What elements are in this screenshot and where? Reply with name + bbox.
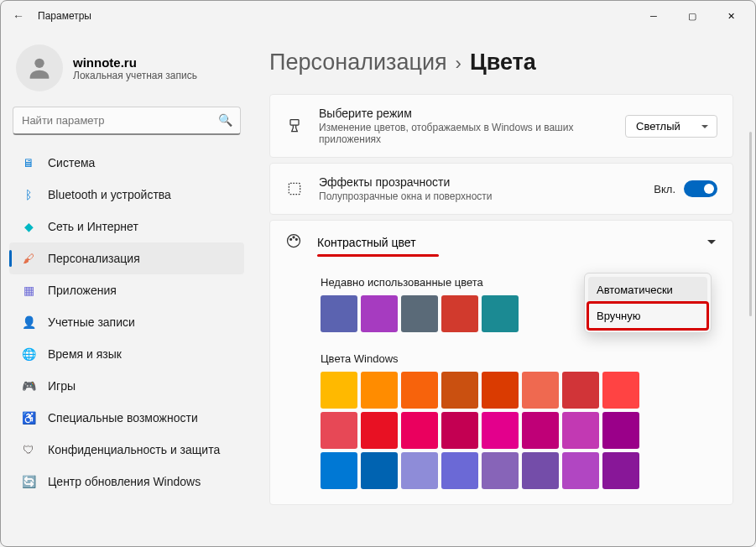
- svg-rect-1: [290, 120, 299, 126]
- breadcrumb-sep: ›: [456, 53, 461, 75]
- sidebar-item-label: Персонализация: [48, 252, 140, 265]
- transparency-subtitle: Полупрозрачные окна и поверхности: [319, 190, 639, 202]
- dropdown-option-auto[interactable]: Автоматически: [588, 277, 707, 303]
- color-swatch[interactable]: [401, 452, 438, 489]
- minimize-button[interactable]: ─: [634, 3, 673, 29]
- color-swatch[interactable]: [522, 452, 559, 489]
- color-swatch[interactable]: [401, 372, 438, 409]
- color-swatch[interactable]: [562, 372, 599, 409]
- color-swatch[interactable]: [361, 452, 398, 489]
- color-swatch[interactable]: [482, 412, 519, 449]
- transparency-card: Эффекты прозрачности Полупрозрачные окна…: [269, 163, 733, 215]
- windows-colors-grid: [321, 372, 673, 489]
- mode-subtitle: Изменение цветов, отображаемых в Windows…: [319, 122, 610, 145]
- sidebar-item-label: Центр обновления Windows: [48, 475, 201, 488]
- sidebar-item-label: Время и язык: [48, 347, 122, 361]
- sidebar-item-label: Система: [48, 156, 95, 169]
- svg-point-6: [295, 238, 297, 240]
- color-swatch[interactable]: [441, 452, 478, 489]
- color-swatch[interactable]: [602, 412, 639, 449]
- back-button[interactable]: ←: [6, 9, 31, 23]
- color-swatch[interactable]: [522, 372, 559, 409]
- sidebar-item-3[interactable]: 🖌Персонализация: [9, 242, 244, 274]
- chevron-up-icon[interactable]: [706, 237, 717, 248]
- color-swatch[interactable]: [361, 295, 398, 332]
- transparency-toggle[interactable]: [684, 180, 717, 197]
- annotation-underline: [317, 254, 439, 257]
- sidebar-item-8[interactable]: ♿Специальные возможности: [9, 402, 244, 434]
- color-swatch[interactable]: [602, 372, 639, 409]
- time-icon: 🌐: [21, 346, 36, 362]
- accent-title: Контрастный цвет: [317, 236, 550, 249]
- color-swatch[interactable]: [441, 372, 478, 409]
- sidebar-item-label: Учетные записи: [48, 315, 135, 329]
- color-swatch[interactable]: [401, 412, 438, 449]
- mode-card: Выберите режим Изменение цветов, отображ…: [269, 94, 733, 158]
- search-input[interactable]: [13, 107, 241, 135]
- gaming-icon: 🎮: [21, 378, 36, 393]
- close-button[interactable]: ✕: [712, 3, 750, 29]
- color-swatch[interactable]: [321, 295, 357, 332]
- accounts-icon: 👤: [21, 315, 36, 330]
- accessibility-icon: ♿: [21, 410, 36, 425]
- sidebar-item-label: Приложения: [48, 284, 117, 297]
- privacy-icon: 🛡: [21, 442, 36, 457]
- sidebar-item-2[interactable]: ◆Сеть и Интернет: [9, 211, 244, 242]
- update-icon: 🔄: [21, 474, 36, 489]
- sidebar-item-label: Игры: [48, 379, 76, 393]
- account-name: winnote.ru: [73, 55, 197, 70]
- bluetooth-icon: ᛒ: [21, 187, 36, 202]
- network-icon: ◆: [21, 219, 36, 234]
- sidebar-item-6[interactable]: 🌐Время и язык: [9, 338, 244, 370]
- dropdown-option-manual[interactable]: Вручную: [588, 303, 707, 329]
- sidebar-item-5[interactable]: 👤Учетные записи: [9, 306, 244, 338]
- color-swatch[interactable]: [482, 295, 519, 332]
- toggle-state-label: Вкл.: [654, 183, 675, 195]
- transparency-icon: [285, 180, 304, 198]
- color-swatch[interactable]: [321, 452, 357, 489]
- sidebar-item-4[interactable]: ▦Приложения: [9, 274, 244, 306]
- sidebar-item-label: Bluetooth и устройства: [48, 188, 171, 201]
- sidebar-item-10[interactable]: 🔄Центр обновления Windows: [9, 466, 244, 498]
- nav-list: 🖥СистемаᛒBluetooth и устройства◆Сеть и И…: [9, 147, 244, 498]
- color-swatch[interactable]: [602, 452, 639, 489]
- color-swatch[interactable]: [482, 452, 519, 489]
- color-swatch[interactable]: [441, 412, 478, 449]
- color-swatch[interactable]: [321, 372, 357, 409]
- color-swatch[interactable]: [321, 412, 357, 449]
- sidebar-item-7[interactable]: 🎮Игры: [9, 370, 244, 402]
- color-swatch[interactable]: [562, 452, 599, 489]
- color-swatch[interactable]: [562, 412, 599, 449]
- sidebar: winnote.ru Локальная учетная запись 🔍 🖥С…: [1, 31, 253, 546]
- svg-point-0: [34, 59, 44, 68]
- svg-point-4: [290, 238, 292, 240]
- search-icon: 🔍: [218, 113, 232, 127]
- color-swatch[interactable]: [401, 295, 438, 332]
- svg-point-5: [293, 237, 295, 238]
- color-swatch[interactable]: [441, 295, 478, 332]
- color-swatch[interactable]: [482, 372, 519, 409]
- sidebar-item-label: Специальные возможности: [48, 411, 198, 425]
- sidebar-item-0[interactable]: 🖥Система: [9, 147, 244, 179]
- apps-icon: ▦: [21, 283, 36, 298]
- account-block[interactable]: winnote.ru Локальная учетная запись: [9, 39, 244, 107]
- color-swatch[interactable]: [361, 412, 398, 449]
- svg-rect-2: [289, 183, 300, 194]
- sidebar-item-1[interactable]: ᛒBluetooth и устройства: [9, 179, 244, 211]
- color-swatch[interactable]: [361, 372, 398, 409]
- windows-colors-title: Цвета Windows: [321, 352, 733, 365]
- accent-mode-dropdown[interactable]: Автоматически Вручную: [584, 273, 712, 333]
- breadcrumb-parent[interactable]: Персонализация: [269, 49, 447, 76]
- personalization-icon: 🖌: [21, 251, 36, 266]
- search-box[interactable]: 🔍: [13, 107, 241, 135]
- mode-select[interactable]: Светлый: [625, 115, 717, 138]
- scrollbar[interactable]: [749, 132, 752, 316]
- sidebar-item-label: Конфиденциальность и защита: [48, 443, 220, 456]
- mode-title: Выберите режим: [319, 107, 610, 120]
- account-type: Локальная учетная запись: [73, 70, 197, 81]
- transparency-title: Эффекты прозрачности: [319, 175, 639, 189]
- titlebar: ← Параметры ─ ▢ ✕: [1, 1, 755, 31]
- maximize-button[interactable]: ▢: [673, 3, 712, 29]
- sidebar-item-9[interactable]: 🛡Конфиденциальность и защита: [9, 434, 244, 466]
- color-swatch[interactable]: [522, 412, 559, 449]
